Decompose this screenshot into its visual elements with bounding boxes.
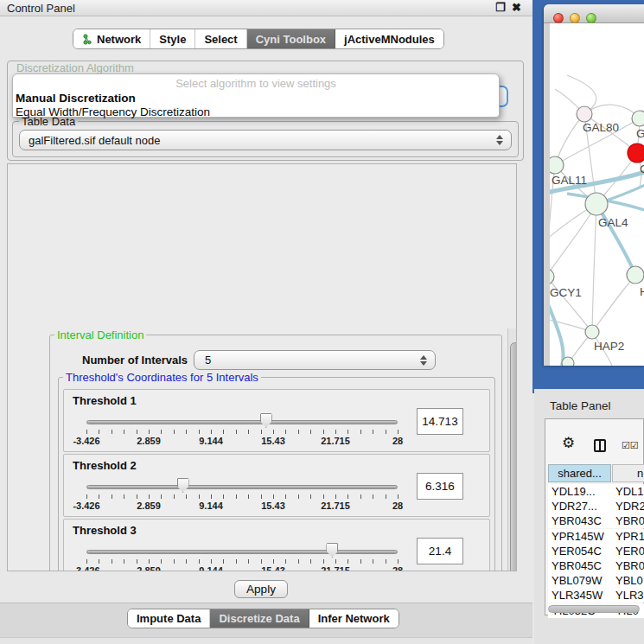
table-data-combobox[interactable]: galFiltered.sif default node [19, 130, 512, 150]
number-of-intervals-spinner[interactable]: 5 [194, 350, 436, 370]
network-node-label: GAL80 [583, 121, 619, 134]
minimize-traffic-light-icon[interactable] [570, 13, 580, 23]
slider-tick [348, 559, 348, 564]
tab-discretize-data[interactable]: Discretize Data [210, 609, 309, 628]
network-canvas[interactable]: GAL80GACGAL11GAL4HGCY1HAP2 [550, 23, 644, 366]
network-node-label: H [640, 285, 644, 298]
cell-shared-name: YLR345W [552, 589, 603, 602]
slider-tick [112, 559, 112, 564]
table-row[interactable]: YDR27...YDR2 [548, 499, 644, 513]
apply-button[interactable]: Apply [234, 580, 288, 598]
tab-jactivemnodules[interactable]: jActiveMNodules [335, 29, 443, 48]
float-window-icon[interactable]: ❐ [495, 1, 506, 14]
network-node[interactable] [627, 266, 644, 284]
table-row[interactable]: YBL079WYBL0 [548, 573, 644, 588]
slider-tick [161, 430, 162, 434]
network-node-label: HAP2 [594, 340, 624, 353]
slider-tick [398, 559, 399, 564]
slider-track[interactable] [86, 420, 398, 424]
close-traffic-light-icon[interactable] [553, 13, 564, 23]
network-node[interactable] [577, 106, 592, 122]
zoom-traffic-light-icon[interactable] [586, 13, 596, 23]
network-window-titlebar[interactable] [544, 4, 644, 23]
slider-tick [398, 494, 399, 499]
slider-tick [186, 559, 187, 564]
slider-tick [223, 430, 224, 434]
table-row[interactable]: YDL19...YDL1 [548, 484, 644, 499]
table-row[interactable]: YBR043CYBR0 [548, 513, 644, 528]
column-header-shared-name[interactable]: shared... [548, 464, 611, 482]
network-icon [82, 34, 92, 45]
slider-tick-label: 2.859 [137, 436, 161, 446]
slider-thumb[interactable] [326, 543, 338, 558]
slider-tick [398, 430, 399, 434]
column-header-name[interactable]: n [612, 464, 644, 482]
threshold-value-field[interactable]: 14.713 [417, 408, 463, 435]
spinner-arrows-icon[interactable] [496, 135, 503, 145]
slider-tick [298, 559, 299, 564]
slider-track[interactable] [86, 485, 398, 489]
table-row[interactable]: YPR145WYPR1 [548, 529, 644, 544]
algorithm-option[interactable]: Equal Width/Frequency Discretization [16, 105, 496, 119]
slider-tick [137, 430, 137, 434]
tab-network[interactable]: Network [73, 29, 150, 48]
network-node[interactable] [550, 156, 564, 174]
slider-tick [174, 430, 175, 434]
column-layout-icon[interactable] [594, 439, 606, 452]
checkbox-icons[interactable]: ☑☑ [622, 440, 639, 451]
spinner-arrows-icon[interactable] [420, 355, 427, 366]
table-row[interactable]: YLR345WYLR3 [548, 588, 644, 603]
settings-scroll-panel: Interval Definition Number of Intervals … [7, 163, 517, 571]
slider-tick-label: 21.715 [321, 501, 350, 511]
network-node[interactable] [628, 143, 644, 163]
control-panel-titlebar[interactable]: Control Panel ❐ ✖ [0, 0, 532, 16]
slider-tick [161, 559, 162, 564]
threshold-label: Threshold 1 [73, 394, 137, 407]
network-node-label: C [640, 163, 644, 175]
slider-tick [186, 430, 187, 434]
cell-shared-name: YDL19... [552, 485, 596, 498]
slider-tick [174, 494, 175, 499]
cell-name: YBR0 [615, 559, 644, 572]
threshold-label: Threshold 3 [73, 524, 137, 537]
table-row[interactable]: YER054CYER0 [548, 544, 644, 558]
network-node[interactable] [632, 111, 644, 126]
threshold-value-field[interactable]: 21.4 [417, 538, 463, 564]
table-panel-window: Table Panel ⚙ ☑☑ shared... n YDL19...YDL… [534, 389, 644, 644]
slider-tick [323, 494, 324, 499]
tab-style[interactable]: Style [150, 29, 195, 48]
slider-tick [386, 559, 386, 564]
tab-impute-data[interactable]: Impute Data [128, 609, 210, 628]
bottom-strip-2 [0, 637, 532, 644]
table-hscrollbar[interactable] [548, 605, 640, 613]
slider-tick [386, 494, 386, 499]
gear-icon[interactable]: ⚙ [562, 436, 575, 450]
slider-tick-label: 2.859 [137, 565, 161, 571]
network-edge [592, 204, 596, 332]
network-node[interactable] [585, 193, 608, 215]
network-node[interactable] [550, 269, 554, 284]
tab-label: Select [204, 33, 237, 46]
network-node[interactable] [562, 357, 574, 366]
slider-tick [112, 494, 112, 499]
slider-tick [285, 559, 286, 564]
slider-thumb[interactable] [260, 413, 272, 428]
network-node-label: GCY1 [550, 286, 582, 299]
network-edge-thick [550, 300, 564, 366]
threshold-label: Threshold 2 [73, 459, 137, 472]
network-node[interactable] [585, 325, 599, 339]
table-row[interactable]: YBR045CYBR0 [548, 558, 644, 573]
algorithm-option[interactable]: Manual Discretization [16, 92, 496, 105]
panel-scrollbar-thumb[interactable] [510, 342, 517, 571]
threshold-value-field[interactable]: 6.316 [417, 473, 463, 500]
slider-tick [149, 494, 150, 499]
tab-infer-network[interactable]: Infer Network [309, 609, 399, 628]
slider-tick-label: 28 [392, 565, 403, 571]
cell-name: YBL0 [615, 574, 643, 587]
close-window-icon[interactable]: ✖ [512, 1, 521, 14]
tab-cyni-toolbox[interactable]: Cyni Toolbox [247, 29, 335, 48]
slider-track[interactable] [86, 550, 398, 554]
network-edge [592, 275, 635, 332]
slider-thumb[interactable] [177, 478, 189, 493]
tab-select[interactable]: Select [195, 29, 246, 48]
